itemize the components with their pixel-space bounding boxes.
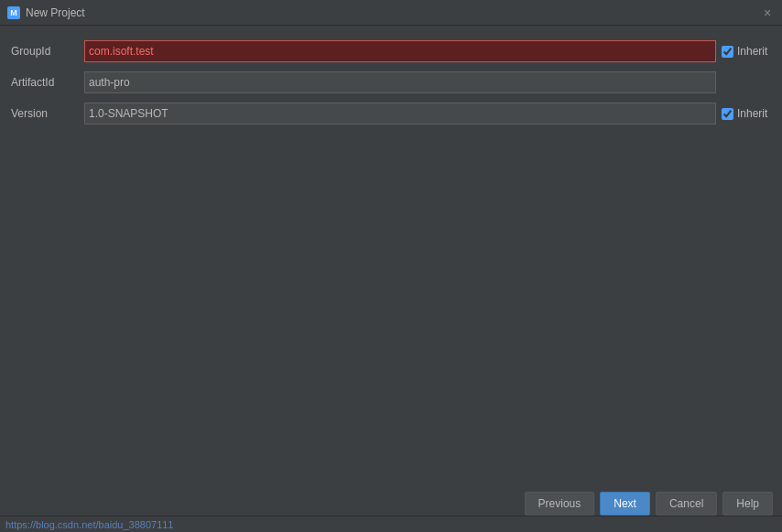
previous-button[interactable]: Previous <box>525 492 595 516</box>
button-area: Previous Next Cancel Help <box>525 492 773 516</box>
help-button[interactable]: Help <box>722 492 773 516</box>
dialog-content: GroupId Inherit ArtifactId Version Inher… <box>0 26 782 145</box>
artifactid-input[interactable] <box>84 71 716 93</box>
cancel-button[interactable]: Cancel <box>656 492 717 516</box>
version-row: Version Inherit <box>11 103 771 125</box>
title-bar: M New Project × <box>0 0 782 26</box>
next-button[interactable]: Next <box>600 492 650 516</box>
version-inherit-area: Inherit <box>722 107 767 120</box>
groupid-input[interactable] <box>84 40 716 62</box>
title-bar-left: M New Project <box>7 6 85 19</box>
artifactid-label: ArtifactId <box>11 76 84 89</box>
status-url: https://blog.csdn.net/baidu_38807111 <box>5 519 173 530</box>
groupid-row: GroupId Inherit <box>11 40 771 62</box>
groupid-inherit-checkbox[interactable] <box>722 46 733 58</box>
groupid-label: GroupId <box>11 45 84 58</box>
version-label: Version <box>11 107 84 120</box>
groupid-inherit-label: Inherit <box>737 45 767 58</box>
version-inherit-label: Inherit <box>737 107 767 120</box>
close-button[interactable]: × <box>760 5 775 20</box>
version-input[interactable] <box>84 103 716 125</box>
version-inherit-checkbox[interactable] <box>722 108 733 120</box>
app-icon: M <box>7 6 20 19</box>
artifactid-row: ArtifactId <box>11 71 771 93</box>
groupid-inherit-area: Inherit <box>722 45 767 58</box>
status-bar: https://blog.csdn.net/baidu_38807111 <box>0 516 782 532</box>
dialog-title: New Project <box>26 6 85 19</box>
